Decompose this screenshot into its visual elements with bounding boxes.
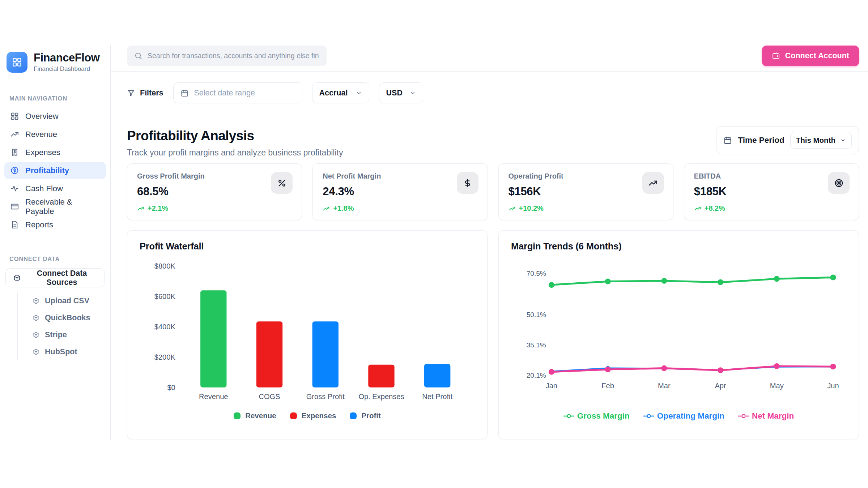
data-source-quickbooks[interactable]: QuickBooks [18,309,107,326]
legend-item-gross-margin: Gross Margin [563,411,630,421]
x-tick-label: COGS [259,393,280,401]
x-tick-label: Net Profit [422,393,452,401]
legend-item-operating-margin: Operating Margin [643,411,724,421]
sidebar-item-label: Overview [25,112,59,121]
legend-item-profit: Profit [350,411,381,420]
receipt-icon [10,148,19,157]
sidebar-item-label: Reports [25,220,53,230]
bar-gross-profit [312,321,339,387]
data-source-hubspot[interactable]: HubSpot [18,343,107,360]
line-gross-margin [552,277,833,285]
global-search[interactable] [127,46,327,66]
grid-icon [10,112,19,121]
connect-account-label: Connect Account [785,51,849,60]
charts-row: Profit Waterfall $800K$600K$400K$200K$0R… [127,230,859,439]
calendar-icon [180,89,189,97]
filters-button[interactable]: Filters [127,89,163,98]
activity-icon [10,184,19,193]
x-tick-label: Mar [658,382,671,390]
page-content: Profitability Analysis Track your profit… [111,116,868,440]
kpi-label: Gross Profit Margin [137,172,292,180]
chevron-down-icon [409,90,416,96]
credit-card-icon [10,202,19,211]
sidebar-item-overview[interactable]: Overview [4,108,106,125]
top-bar: Connect Account [111,45,868,72]
point-gross-margin [549,282,554,288]
point-net-margin [605,367,611,372]
legend-dot [350,412,357,419]
trending-up-icon [648,178,658,188]
point-net-margin [830,364,836,369]
dollar-icon [463,178,472,188]
margin-trends-chart: 70.5%50.1%35.1%20.1%JanFebMarAprMayJun [510,252,848,406]
sidebar-item-label: Expenses [25,148,60,157]
date-range-input[interactable] [194,89,295,98]
data-source-label: Upload CSV [45,296,89,305]
y-tick-label: $800K [154,262,176,270]
kpi-label: EBITDA [694,172,849,180]
legend-item-expenses: Expenses [290,411,336,420]
kpi-icon-badge [828,172,850,194]
connect-data-sources-button[interactable]: Connect Data Sources [5,268,105,287]
profit-waterfall-legend: RevenueExpensesProfit [138,411,476,420]
point-gross-margin [661,278,667,284]
app-tagline: Financial Dashboard [34,65,99,73]
x-tick-label: Op. Expenses [358,393,404,401]
document-icon [10,220,19,229]
margin-trends-card: Margin Trends (6 Months) 70.5%50.1%35.1%… [498,230,859,439]
x-tick-label: Revenue [199,393,228,401]
sidebar-item-revenue[interactable]: Revenue [4,126,106,143]
trending-up-icon [323,205,330,212]
accounting-method-value: Accrual [319,89,348,98]
point-net-margin [718,367,723,373]
bar-op-expenses [368,365,394,388]
cube-icon [33,348,39,355]
y-tick-label: 20.1% [527,372,546,379]
legend-marker [563,414,574,419]
target-icon [834,178,844,188]
y-tick-label: 50.1% [527,311,546,318]
sidebar-item-receivable-payable[interactable]: Receivable & Payable [4,198,106,215]
financeflow-app: FinanceFlow Financial Dashboard MAIN NAV… [0,45,868,440]
grid-icon [12,57,22,68]
kpi-delta: +1.8% [323,204,477,213]
point-net-margin [549,369,554,375]
sidebar-item-label: Cash Flow [25,184,63,193]
sidebar-item-label: Revenue [25,130,57,139]
sidebar-item-expenses[interactable]: Expenses [4,144,106,161]
legend-dot [290,412,297,419]
point-gross-margin [774,276,780,282]
kpi-value: 68.5% [137,185,292,198]
accounting-method-select[interactable]: Accrual [312,82,369,103]
kpi-icon-badge [642,172,664,194]
date-range-field[interactable] [173,82,302,103]
connect-account-button[interactable]: Connect Account [762,46,859,66]
y-tick-label: $0 [167,384,175,391]
chevron-down-icon [356,90,362,96]
data-source-stripe[interactable]: Stripe [18,326,107,343]
sidebar-item-profitability[interactable]: Profitability [4,162,106,179]
page-subtitle: Track your profit margins and analyze bu… [127,148,343,158]
filters-label: Filters [140,89,163,98]
y-tick-label: 35.1% [527,341,546,349]
x-tick-label: Feb [601,382,614,390]
connect-data-header: CONNECT DATA [9,256,101,262]
sidebar-item-cash-flow[interactable]: Cash Flow [4,180,106,197]
sidebar-item-reports[interactable]: Reports [4,216,106,233]
time-period-select[interactable]: This Month [790,132,852,149]
kpi-delta: +10.2% [509,204,663,213]
kpi-card-gross-profit-margin: Gross Profit Margin68.5%+2.1% [127,163,302,220]
dollar-circle-icon [10,166,19,175]
margin-trends-legend: Gross MarginOperating MarginNet Margin [510,411,848,421]
search-input[interactable] [148,52,319,60]
cube-icon [33,314,39,321]
data-source-upload-csv[interactable]: Upload CSV [18,292,107,309]
chevron-down-icon [840,137,846,143]
data-source-label: Stripe [45,330,67,339]
currency-select[interactable]: USD [379,82,423,103]
y-tick-label: $400K [154,323,176,331]
cube-icon [13,274,21,282]
x-tick-label: Jan [546,382,557,390]
percent-icon [277,178,287,188]
main-area: Connect Account Filters Accrual USD [111,45,868,440]
